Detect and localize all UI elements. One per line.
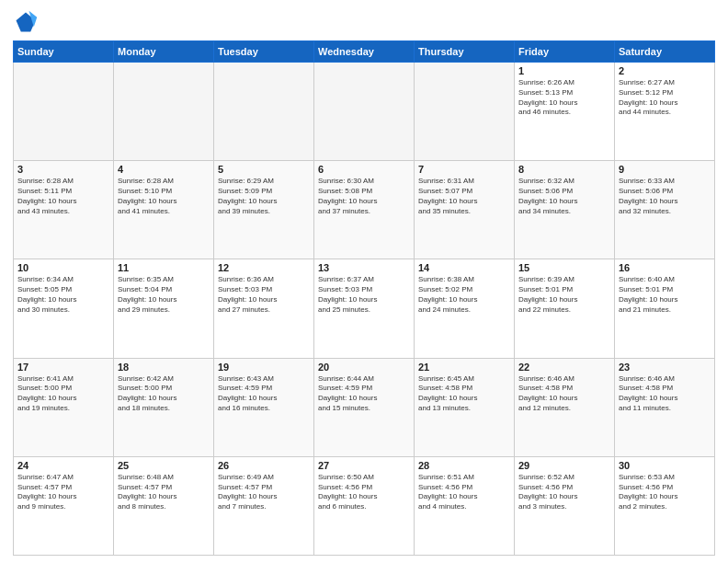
calendar-cell: 18Sunrise: 6:42 AM Sunset: 5:00 PM Dayli…: [114, 358, 214, 456]
calendar-cell: 19Sunrise: 6:43 AM Sunset: 4:59 PM Dayli…: [214, 358, 314, 456]
day-info: Sunrise: 6:36 AM Sunset: 5:03 PM Dayligh…: [218, 275, 310, 315]
calendar-cell: 20Sunrise: 6:44 AM Sunset: 4:59 PM Dayli…: [314, 358, 415, 456]
day-info: Sunrise: 6:41 AM Sunset: 5:00 PM Dayligh…: [17, 374, 109, 414]
day-info: Sunrise: 6:35 AM Sunset: 5:04 PM Dayligh…: [118, 275, 210, 315]
day-number: 17: [17, 362, 109, 373]
day-number: 9: [619, 164, 711, 175]
day-number: 13: [318, 262, 410, 273]
calendar-cell: [214, 63, 314, 161]
calendar-cell: 4Sunrise: 6:28 AM Sunset: 5:10 PM Daylig…: [114, 161, 214, 259]
day-info: Sunrise: 6:52 AM Sunset: 4:56 PM Dayligh…: [518, 473, 610, 512]
day-number: 5: [218, 164, 310, 175]
header: [13, 9, 715, 35]
day-number: 8: [518, 164, 610, 175]
day-info: Sunrise: 6:27 AM Sunset: 5:12 PM Dayligh…: [619, 78, 711, 118]
day-number: 26: [218, 460, 310, 471]
day-number: 19: [218, 362, 310, 373]
calendar-table: SundayMondayTuesdayWednesdayThursdayFrid…: [13, 40, 715, 556]
calendar-cell: 16Sunrise: 6:40 AM Sunset: 5:01 PM Dayli…: [615, 259, 715, 358]
day-number: 6: [318, 164, 410, 175]
calendar-week-1: 1Sunrise: 6:26 AM Sunset: 5:13 PM Daylig…: [14, 63, 715, 161]
day-info: Sunrise: 6:32 AM Sunset: 5:06 PM Dayligh…: [518, 177, 610, 216]
calendar-cell: 29Sunrise: 6:52 AM Sunset: 4:56 PM Dayli…: [515, 456, 615, 555]
day-number: 28: [418, 460, 510, 471]
day-info: Sunrise: 6:53 AM Sunset: 4:56 PM Dayligh…: [619, 473, 711, 512]
day-number: 15: [518, 262, 610, 273]
day-number: 21: [418, 362, 510, 373]
day-info: Sunrise: 6:46 AM Sunset: 4:58 PM Dayligh…: [518, 374, 610, 414]
day-number: 11: [118, 262, 210, 273]
day-number: 4: [118, 164, 210, 175]
day-number: 30: [619, 460, 711, 471]
calendar-week-2: 3Sunrise: 6:28 AM Sunset: 5:11 PM Daylig…: [14, 161, 715, 259]
calendar-cell: 22Sunrise: 6:46 AM Sunset: 4:58 PM Dayli…: [515, 358, 615, 456]
calendar-header-row: SundayMondayTuesdayWednesdayThursdayFrid…: [14, 41, 715, 63]
day-number: 27: [318, 460, 410, 471]
day-number: 14: [418, 262, 510, 273]
calendar-cell: 30Sunrise: 6:53 AM Sunset: 4:56 PM Dayli…: [615, 456, 715, 555]
calendar-header-friday: Friday: [515, 41, 615, 63]
calendar-cell: 5Sunrise: 6:29 AM Sunset: 5:09 PM Daylig…: [214, 161, 314, 259]
calendar-cell: [114, 63, 214, 161]
day-info: Sunrise: 6:33 AM Sunset: 5:06 PM Dayligh…: [619, 177, 711, 216]
day-number: 16: [619, 262, 711, 273]
calendar-week-5: 24Sunrise: 6:47 AM Sunset: 4:57 PM Dayli…: [14, 456, 715, 555]
calendar-header-saturday: Saturday: [615, 41, 715, 63]
day-info: Sunrise: 6:38 AM Sunset: 5:02 PM Dayligh…: [418, 275, 510, 315]
calendar-header-sunday: Sunday: [14, 41, 114, 63]
day-info: Sunrise: 6:39 AM Sunset: 5:01 PM Dayligh…: [518, 275, 610, 315]
day-number: 7: [418, 164, 510, 175]
day-number: 20: [318, 362, 410, 373]
calendar-cell: 14Sunrise: 6:38 AM Sunset: 5:02 PM Dayli…: [415, 259, 515, 358]
day-number: 23: [619, 362, 711, 373]
day-info: Sunrise: 6:48 AM Sunset: 4:57 PM Dayligh…: [118, 473, 210, 512]
day-info: Sunrise: 6:34 AM Sunset: 5:05 PM Dayligh…: [17, 275, 109, 315]
calendar-cell: 13Sunrise: 6:37 AM Sunset: 5:03 PM Dayli…: [314, 259, 415, 358]
calendar-week-4: 17Sunrise: 6:41 AM Sunset: 5:00 PM Dayli…: [14, 358, 715, 456]
page: SundayMondayTuesdayWednesdayThursdayFrid…: [0, 0, 728, 563]
day-info: Sunrise: 6:44 AM Sunset: 4:59 PM Dayligh…: [318, 374, 410, 414]
calendar-header-thursday: Thursday: [415, 41, 515, 63]
calendar-cell: 6Sunrise: 6:30 AM Sunset: 5:08 PM Daylig…: [314, 161, 415, 259]
calendar-cell: 26Sunrise: 6:49 AM Sunset: 4:57 PM Dayli…: [214, 456, 314, 555]
calendar-cell: 12Sunrise: 6:36 AM Sunset: 5:03 PM Dayli…: [214, 259, 314, 358]
calendar-cell: 24Sunrise: 6:47 AM Sunset: 4:57 PM Dayli…: [14, 456, 114, 555]
day-number: 22: [518, 362, 610, 373]
day-info: Sunrise: 6:37 AM Sunset: 5:03 PM Dayligh…: [318, 275, 410, 315]
calendar-cell: 27Sunrise: 6:50 AM Sunset: 4:56 PM Dayli…: [314, 456, 415, 555]
day-number: 18: [118, 362, 210, 373]
day-info: Sunrise: 6:40 AM Sunset: 5:01 PM Dayligh…: [619, 275, 711, 315]
day-info: Sunrise: 6:43 AM Sunset: 4:59 PM Dayligh…: [218, 374, 310, 414]
calendar-cell: 8Sunrise: 6:32 AM Sunset: 5:06 PM Daylig…: [515, 161, 615, 259]
day-info: Sunrise: 6:50 AM Sunset: 4:56 PM Dayligh…: [318, 473, 410, 512]
calendar-cell: 10Sunrise: 6:34 AM Sunset: 5:05 PM Dayli…: [14, 259, 114, 358]
calendar-week-3: 10Sunrise: 6:34 AM Sunset: 5:05 PM Dayli…: [14, 259, 715, 358]
day-info: Sunrise: 6:42 AM Sunset: 5:00 PM Dayligh…: [118, 374, 210, 414]
day-number: 24: [17, 460, 109, 471]
calendar-cell: 1Sunrise: 6:26 AM Sunset: 5:13 PM Daylig…: [515, 63, 615, 161]
calendar-cell: 2Sunrise: 6:27 AM Sunset: 5:12 PM Daylig…: [615, 63, 715, 161]
day-info: Sunrise: 6:28 AM Sunset: 5:10 PM Dayligh…: [118, 177, 210, 216]
calendar-cell: 17Sunrise: 6:41 AM Sunset: 5:00 PM Dayli…: [14, 358, 114, 456]
day-info: Sunrise: 6:46 AM Sunset: 4:58 PM Dayligh…: [619, 374, 711, 414]
day-info: Sunrise: 6:31 AM Sunset: 5:07 PM Dayligh…: [418, 177, 510, 216]
day-number: 10: [17, 262, 109, 273]
day-number: 25: [118, 460, 210, 471]
calendar-cell: [415, 63, 515, 161]
day-info: Sunrise: 6:49 AM Sunset: 4:57 PM Dayligh…: [218, 473, 310, 512]
logo: [13, 9, 42, 35]
logo-icon: [13, 9, 39, 35]
day-info: Sunrise: 6:51 AM Sunset: 4:56 PM Dayligh…: [418, 473, 510, 512]
calendar-cell: [314, 63, 415, 161]
day-number: 29: [518, 460, 610, 471]
calendar-header-monday: Monday: [114, 41, 214, 63]
day-number: 12: [218, 262, 310, 273]
day-info: Sunrise: 6:26 AM Sunset: 5:13 PM Dayligh…: [518, 78, 610, 118]
calendar-cell: 11Sunrise: 6:35 AM Sunset: 5:04 PM Dayli…: [114, 259, 214, 358]
calendar-cell: 7Sunrise: 6:31 AM Sunset: 5:07 PM Daylig…: [415, 161, 515, 259]
calendar-cell: 9Sunrise: 6:33 AM Sunset: 5:06 PM Daylig…: [615, 161, 715, 259]
calendar-cell: 15Sunrise: 6:39 AM Sunset: 5:01 PM Dayli…: [515, 259, 615, 358]
calendar-header-tuesday: Tuesday: [214, 41, 314, 63]
day-number: 3: [17, 164, 109, 175]
day-number: 1: [518, 65, 610, 76]
